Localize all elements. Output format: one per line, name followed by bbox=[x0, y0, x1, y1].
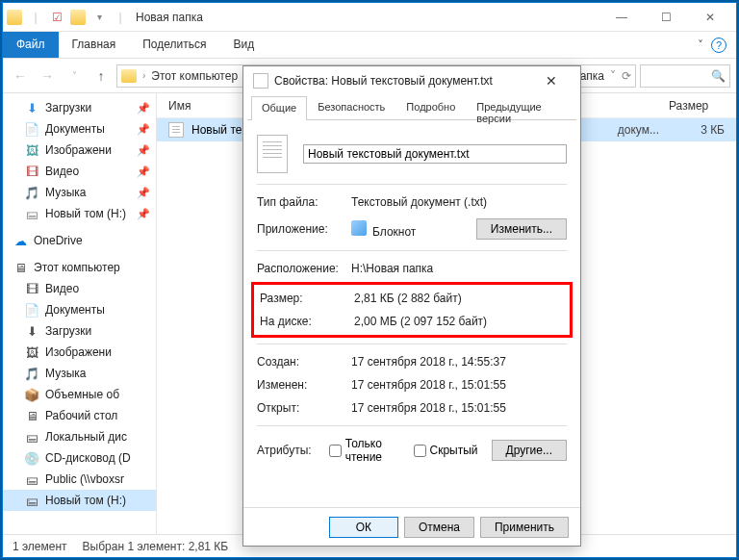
sidebar-item[interactable]: 📄Документы📌 bbox=[3, 118, 156, 140]
navigation-pane[interactable]: ⬇Загрузки📌📄Документы📌🖼Изображени📌🎞Видео📌… bbox=[3, 93, 157, 534]
tab-file[interactable]: Файл bbox=[3, 32, 59, 58]
folder-icon bbox=[70, 10, 86, 25]
sidebar-item-label: Музыка bbox=[45, 186, 86, 199]
sidebar-item-label: Музыка bbox=[45, 367, 86, 380]
qat-properties-icon[interactable]: ☑ bbox=[49, 10, 64, 25]
value-size: 2,81 КБ (2 882 байт) bbox=[354, 292, 564, 305]
address-dropdown-icon[interactable]: ˅ bbox=[610, 69, 616, 83]
sidebar-item[interactable]: 🖴Public (\\vboxsr bbox=[3, 469, 156, 490]
sidebar-item-label: Документы bbox=[45, 122, 105, 136]
close-button[interactable]: ✕ bbox=[688, 3, 732, 32]
dialog-buttons: ОК Отмена Применить bbox=[243, 507, 580, 546]
sidebar-item-label: Локальный дис bbox=[45, 430, 127, 444]
sidebar-item-label: Новый том (H:) bbox=[45, 494, 126, 507]
tab-home[interactable]: Главная bbox=[59, 32, 130, 58]
readonly-checkbox[interactable]: Только чтение bbox=[329, 437, 400, 464]
dialog-close-button[interactable]: ✕ bbox=[532, 73, 571, 89]
sidebar-group-onedrive[interactable]: ☁OneDrive bbox=[3, 230, 156, 251]
dialog-icon bbox=[253, 73, 268, 89]
ribbon-help: ˅ ? bbox=[698, 32, 736, 58]
sidebar-item-icon: ⬇ bbox=[24, 100, 39, 115]
sidebar-item[interactable]: ⬇Загрузки📌 bbox=[3, 97, 156, 118]
minimize-button[interactable]: — bbox=[599, 3, 644, 32]
help-icon[interactable]: ? bbox=[711, 38, 726, 53]
breadcrumb-segment[interactable]: Этот компьютер bbox=[151, 69, 238, 83]
label-size: Размер: bbox=[260, 292, 354, 305]
titlebar[interactable]: | ☑ ▾ | Новая папка — ☐ ✕ bbox=[3, 3, 736, 32]
label-created: Создан: bbox=[257, 355, 351, 369]
sidebar-item-label: Видео bbox=[45, 282, 79, 295]
pin-icon: 📌 bbox=[137, 208, 150, 220]
search-icon[interactable]: 🔍 bbox=[711, 69, 726, 83]
tab-general[interactable]: Общие bbox=[251, 96, 307, 120]
value-location: H:\Новая папка bbox=[351, 262, 567, 275]
ok-button[interactable]: ОК bbox=[329, 517, 398, 538]
sidebar-item-icon: 🖴 bbox=[24, 493, 39, 508]
sidebar-item-icon: 🖴 bbox=[24, 429, 39, 445]
sidebar-item-icon: 🖥 bbox=[24, 408, 39, 423]
sidebar-item-icon: 🎞 bbox=[24, 281, 39, 296]
label-attributes: Атрибуты: bbox=[257, 444, 329, 457]
sidebar-item[interactable]: 🎞Видео bbox=[3, 278, 156, 299]
tab-share[interactable]: Поделиться bbox=[129, 32, 219, 58]
sidebar-item-label: Видео bbox=[45, 165, 79, 178]
window-title: Новая папка bbox=[136, 11, 203, 24]
tab-view[interactable]: Вид bbox=[219, 32, 268, 58]
maximize-button[interactable]: ☐ bbox=[644, 3, 688, 32]
chevron-right-icon[interactable]: › bbox=[142, 70, 145, 81]
hidden-checkbox[interactable]: Скрытый bbox=[414, 444, 478, 457]
cancel-button[interactable]: Отмена bbox=[404, 517, 474, 538]
sidebar-item[interactable]: 📦Объемные об bbox=[3, 384, 156, 405]
qat-dropdown-icon[interactable]: ▾ bbox=[91, 10, 107, 25]
properties-dialog[interactable]: Свойства: Новый текстовый документ.txt ✕… bbox=[242, 65, 581, 547]
sidebar-item-icon: 🖼 bbox=[24, 142, 39, 158]
sidebar-item[interactable]: 🖼Изображени📌 bbox=[3, 140, 156, 161]
sidebar-item-icon: 💿 bbox=[24, 450, 39, 466]
pin-icon: 📌 bbox=[137, 102, 150, 115]
dialog-titlebar[interactable]: Свойства: Новый текстовый документ.txt ✕ bbox=[243, 66, 580, 95]
status-item-count: 1 элемент bbox=[13, 540, 67, 553]
sidebar-item-label: Объемные об bbox=[45, 388, 119, 401]
nav-back-button[interactable]: ← bbox=[9, 64, 32, 88]
sidebar-item[interactable]: 💿CD-дисковод (D bbox=[3, 447, 156, 469]
label-file-type: Тип файла: bbox=[257, 195, 351, 209]
sidebar-item[interactable]: 🎞Видео📌 bbox=[3, 161, 156, 182]
sidebar-item[interactable]: 🖴Локальный дис bbox=[3, 426, 156, 447]
advanced-button[interactable]: Другие... bbox=[492, 440, 567, 461]
sidebar-group-thispc[interactable]: 🖥Этот компьютер bbox=[3, 257, 156, 278]
qat-divider: | bbox=[113, 10, 128, 25]
column-size[interactable]: Размер bbox=[669, 99, 736, 113]
refresh-icon[interactable]: ⟳ bbox=[622, 69, 631, 83]
value-accessed: 17 сентября 2018 г., 15:01:55 bbox=[351, 401, 567, 415]
tab-security[interactable]: Безопасность bbox=[307, 95, 395, 119]
sidebar-item[interactable]: 📄Документы bbox=[3, 299, 156, 320]
sidebar-item[interactable]: 🎵Музыка📌 bbox=[3, 182, 156, 203]
sidebar-item[interactable]: 🖴Новый том (H:)📌 bbox=[3, 203, 156, 224]
sidebar-item-label: Изображени bbox=[45, 345, 112, 359]
pin-icon: 📌 bbox=[137, 187, 150, 199]
nav-history-icon[interactable]: ˅ bbox=[63, 64, 86, 88]
sidebar-item-icon: 📄 bbox=[24, 302, 39, 318]
label-size-on-disk: На диске: bbox=[260, 315, 354, 328]
nav-forward-button[interactable]: → bbox=[36, 64, 59, 88]
sidebar-item-label: Загрузки bbox=[45, 324, 91, 338]
tab-details[interactable]: Подробно bbox=[395, 95, 466, 119]
sidebar-item[interactable]: 🎵Музыка bbox=[3, 363, 156, 384]
ribbon-expand-icon[interactable]: ˅ bbox=[698, 38, 703, 52]
value-size-on-disk: 2,00 МБ (2 097 152 байт) bbox=[354, 315, 564, 328]
sidebar-item-label: Рабочий стол bbox=[45, 409, 117, 422]
apply-button[interactable]: Применить bbox=[480, 517, 569, 538]
change-app-button[interactable]: Изменить... bbox=[476, 218, 567, 240]
sidebar-item-icon: 🎵 bbox=[24, 366, 39, 381]
sidebar-item[interactable]: 🖥Рабочий стол bbox=[3, 405, 156, 426]
sidebar-item-icon: 🎞 bbox=[24, 164, 39, 179]
filename-input[interactable] bbox=[303, 144, 567, 164]
search-input[interactable]: 🔍 bbox=[640, 64, 730, 88]
sidebar-item-icon: 🖼 bbox=[24, 344, 39, 360]
sidebar-item[interactable]: 🖼Изображени bbox=[3, 342, 156, 363]
sidebar-item-label: Изображени bbox=[45, 143, 112, 157]
sidebar-item[interactable]: 🖴Новый том (H:) bbox=[3, 490, 156, 511]
nav-up-button[interactable]: ↑ bbox=[89, 64, 113, 88]
sidebar-item[interactable]: ⬇Загрузки bbox=[3, 320, 156, 342]
tab-previous-versions[interactable]: Предыдущие версии bbox=[466, 95, 573, 119]
